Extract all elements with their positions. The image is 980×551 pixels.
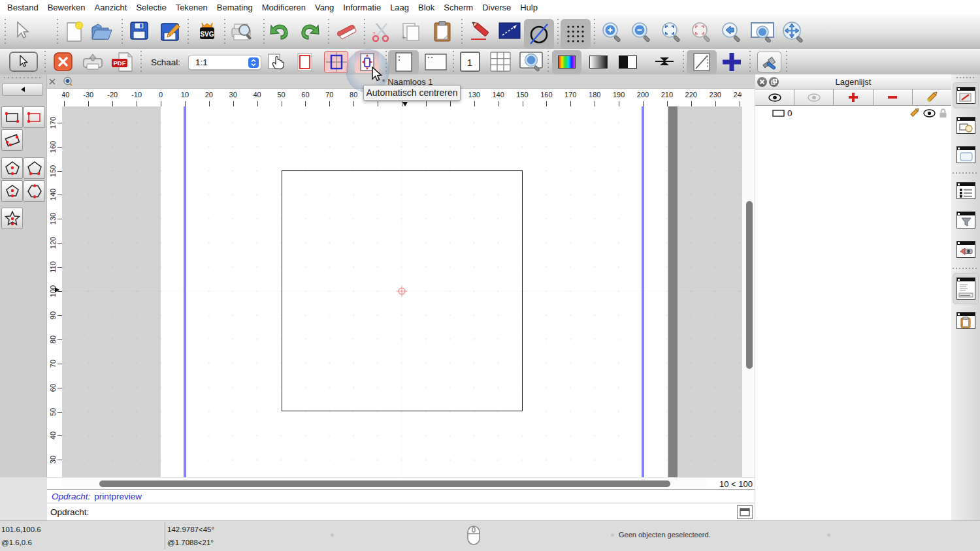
- vertical-scrollbar-thumb[interactable]: [746, 201, 753, 369]
- palette-drag-handle[interactable]: [4, 77, 41, 78]
- zoom-window-button[interactable]: [750, 22, 776, 42]
- menu-item-bewerken[interactable]: Bewerken: [43, 3, 90, 12]
- zoom-previous-button[interactable]: [720, 21, 743, 43]
- menu-item-blok[interactable]: Blok: [414, 3, 439, 12]
- dock-clipboard-icon[interactable]: [953, 307, 979, 334]
- redo-button[interactable]: [298, 22, 321, 41]
- circle-line-mode-button[interactable]: [524, 19, 554, 49]
- command-input-row[interactable]: Opdracht:: [47, 503, 755, 520]
- layer-visible-icon[interactable]: [923, 109, 936, 118]
- print-preview-button[interactable]: [231, 22, 254, 41]
- status-polar-relative: @1.7088<21°: [167, 539, 214, 546]
- dock-layers-icon[interactable]: [953, 82, 979, 108]
- layer-edit-icon[interactable]: [909, 108, 920, 118]
- drawing-canvas[interactable]: [62, 106, 742, 477]
- dock-projector-icon[interactable]: [953, 236, 979, 262]
- grayscale-display-button[interactable]: [587, 50, 610, 74]
- dock-preview-icon[interactable]: [953, 142, 979, 168]
- print-area-button[interactable]: [324, 51, 348, 73]
- add-element-button[interactable]: [720, 50, 743, 74]
- polygon-side-tool-button[interactable]: [24, 157, 45, 179]
- guide-line-left[interactable]: [184, 106, 186, 477]
- dock-properties-icon[interactable]: [953, 112, 979, 138]
- zoom-fit-button[interactable]: [660, 21, 683, 43]
- command-window-button[interactable]: [737, 505, 753, 519]
- horizontal-scrollbar[interactable]: 10 < 100: [47, 477, 755, 489]
- menu-item-hulp[interactable]: Hulp: [515, 3, 542, 12]
- draw-pencil-icon[interactable]: [468, 21, 489, 42]
- sheet-settings-button[interactable]: [687, 50, 717, 74]
- guide-line-right[interactable]: [642, 106, 644, 477]
- palette-collapse-button[interactable]: [2, 83, 43, 96]
- menu-item-tekenen[interactable]: Tekenen: [171, 3, 212, 12]
- menu-item-scherm[interactable]: Scherm: [439, 3, 478, 12]
- star-tool-button[interactable]: [1, 208, 23, 229]
- horizontal-scrollbar-thumb[interactable]: [99, 480, 670, 487]
- dock-filter-icon[interactable]: [953, 207, 979, 233]
- h-ruler-tick: [691, 101, 692, 106]
- rectangle-tool-button[interactable]: [1, 106, 23, 128]
- save-button[interactable]: [129, 21, 149, 40]
- grid-dots-toggle-button[interactable]: [561, 19, 591, 49]
- delete-button[interactable]: [54, 52, 73, 71]
- color-display-button[interactable]: [552, 50, 581, 74]
- open-file-button[interactable]: [90, 22, 114, 42]
- toolbar-separator: [224, 19, 225, 45]
- scale-select[interactable]: 1:1: [188, 55, 261, 70]
- pan-hand-button[interactable]: [267, 52, 287, 72]
- selection-tool-button[interactable]: [9, 52, 38, 72]
- menu-item-bemating[interactable]: Bemating: [212, 3, 257, 12]
- pin-icon[interactable]: [653, 52, 676, 71]
- dock-info-icon[interactable]: [953, 273, 979, 304]
- hexagon-tool-button[interactable]: [24, 180, 45, 202]
- pan-view-button[interactable]: [780, 20, 806, 44]
- undo-button[interactable]: [268, 22, 291, 41]
- zoom-out-button[interactable]: [630, 21, 653, 43]
- layer-row[interactable]: 0: [755, 106, 951, 120]
- zoom-in-button[interactable]: [600, 21, 624, 43]
- landscape-page-button[interactable]: [421, 50, 449, 74]
- tools-settings-button[interactable]: [757, 52, 781, 72]
- h-ruler-label: 30: [229, 91, 237, 99]
- show-all-layers-button[interactable]: [755, 89, 794, 106]
- menu-item-informatie[interactable]: Informatie: [338, 3, 385, 12]
- blackwhite-display-button[interactable]: [616, 50, 640, 74]
- select-cursor-icon[interactable]: [14, 21, 30, 40]
- polygon-vertex-tool-button[interactable]: [1, 180, 23, 202]
- layer-lock-icon[interactable]: [939, 108, 947, 118]
- zoom-selection-button[interactable]: [690, 21, 713, 43]
- cut-button[interactable]: +: [371, 21, 393, 42]
- print-button[interactable]: [82, 53, 104, 71]
- menu-item-modificeren[interactable]: Modificeren: [257, 3, 310, 12]
- menu-item-vang[interactable]: Vang: [310, 3, 338, 12]
- export-svg-button[interactable]: SVG: [198, 22, 216, 41]
- hide-all-layers-button[interactable]: [794, 89, 834, 106]
- rotated-rectangle-tool-button[interactable]: [1, 129, 23, 151]
- single-page-button[interactable]: 1: [459, 51, 481, 72]
- remove-layer-button[interactable]: [874, 89, 913, 106]
- menu-item-diverse[interactable]: Diverse: [478, 3, 515, 12]
- edit-layer-button[interactable]: [913, 89, 951, 106]
- scale-select-stepper[interactable]: [248, 57, 259, 68]
- polygon-center-tool-button[interactable]: [1, 157, 23, 179]
- new-file-button[interactable]: [64, 20, 84, 44]
- dimension-style-icon[interactable]: [498, 22, 521, 39]
- save-as-button[interactable]: [160, 21, 181, 42]
- multi-page-button[interactable]: [489, 51, 512, 72]
- vertical-scrollbar[interactable]: [742, 89, 755, 477]
- add-layer-button[interactable]: [834, 89, 873, 106]
- portrait-page-button[interactable]: [388, 50, 419, 74]
- erase-button[interactable]: [335, 22, 359, 41]
- menu-item-bestand[interactable]: Bestand: [3, 3, 43, 12]
- paste-button[interactable]: [433, 20, 452, 42]
- copy-button[interactable]: +: [400, 21, 423, 42]
- page-border-button[interactable]: [295, 52, 315, 72]
- dock-list-icon[interactable]: [953, 178, 979, 204]
- rectangle-size-tool-button[interactable]: [24, 106, 45, 128]
- menu-item-laag[interactable]: Laag: [385, 3, 414, 12]
- menu-item-aanzicht[interactable]: Aanzicht: [90, 3, 132, 12]
- menu-item-selectie[interactable]: Selectie: [131, 3, 171, 12]
- export-pdf-button[interactable]: PDF: [111, 52, 133, 72]
- page-preview-zoom-button[interactable]: [519, 51, 545, 72]
- status-coords-relative: @1.6,0.6: [1, 539, 32, 546]
